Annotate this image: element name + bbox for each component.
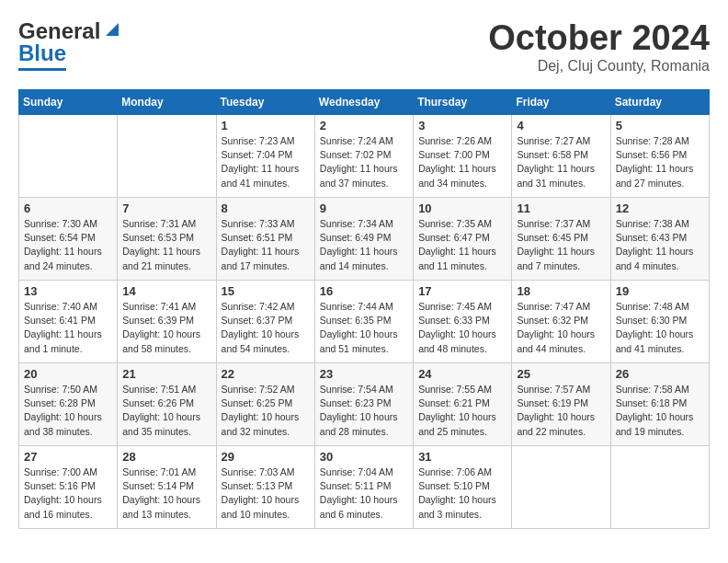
calendar-cell: 9 Sunrise: 7:34 AM Sunset: 6:49 PM Dayli…: [314, 198, 413, 281]
day-info: Sunrise: 7:54 AM Sunset: 6:23 PM Dayligh…: [320, 383, 408, 439]
day-number: 5: [616, 119, 704, 132]
day-number: 10: [418, 201, 506, 215]
calendar-cell: 19 Sunrise: 7:48 AM Sunset: 6:30 PM Dayl…: [610, 281, 709, 363]
day-number: 1: [222, 119, 310, 132]
day-number: 12: [616, 201, 704, 215]
day-number: 4: [517, 119, 605, 132]
calendar-cell: 28 Sunrise: 7:01 AM Sunset: 5:14 PM Dayl…: [118, 446, 216, 529]
day-number: 2: [320, 119, 408, 132]
day-number: 8: [222, 201, 310, 215]
logo-blue: Blue: [18, 40, 66, 66]
calendar-cell: 27 Sunrise: 7:00 AM Sunset: 5:16 PM Dayl…: [19, 446, 118, 529]
calendar-cell: [19, 115, 118, 198]
calendar-cell: 31 Sunrise: 7:06 AM Sunset: 5:10 PM Dayl…: [414, 446, 512, 529]
weekday-header: Thursday: [414, 90, 512, 115]
weekday-header: Wednesday: [314, 90, 413, 115]
day-info: Sunrise: 7:57 AM Sunset: 6:19 PM Dayligh…: [517, 383, 605, 439]
day-info: Sunrise: 7:28 AM Sunset: 6:56 PM Dayligh…: [616, 134, 704, 190]
calendar-cell: 18 Sunrise: 7:47 AM Sunset: 6:32 PM Dayl…: [512, 281, 610, 363]
day-info: Sunrise: 7:52 AM Sunset: 6:25 PM Dayligh…: [222, 383, 310, 439]
calendar-cell: 16 Sunrise: 7:44 AM Sunset: 6:35 PM Dayl…: [314, 281, 413, 363]
day-info: Sunrise: 7:42 AM Sunset: 6:37 PM Dayligh…: [222, 300, 310, 356]
calendar-week-row: 20 Sunrise: 7:50 AM Sunset: 6:28 PM Dayl…: [19, 363, 710, 446]
calendar-header-row: SundayMondayTuesdayWednesdayThursdayFrid…: [19, 90, 710, 115]
calendar-cell: 13 Sunrise: 7:40 AM Sunset: 6:41 PM Dayl…: [19, 281, 118, 363]
calendar-cell: 8 Sunrise: 7:33 AM Sunset: 6:51 PM Dayli…: [216, 198, 314, 281]
weekday-header: Friday: [512, 90, 610, 115]
day-info: Sunrise: 7:50 AM Sunset: 6:28 PM Dayligh…: [24, 383, 112, 439]
day-info: Sunrise: 7:37 AM Sunset: 6:45 PM Dayligh…: [517, 217, 605, 273]
day-info: Sunrise: 7:48 AM Sunset: 6:30 PM Dayligh…: [616, 300, 704, 356]
day-info: Sunrise: 7:00 AM Sunset: 5:16 PM Dayligh…: [24, 465, 112, 522]
day-info: Sunrise: 7:47 AM Sunset: 6:32 PM Dayligh…: [517, 300, 605, 356]
calendar-week-row: 6 Sunrise: 7:30 AM Sunset: 6:54 PM Dayli…: [19, 198, 710, 281]
day-number: 29: [222, 450, 310, 464]
calendar-cell: 11 Sunrise: 7:37 AM Sunset: 6:45 PM Dayl…: [512, 198, 610, 281]
calendar-cell: 17 Sunrise: 7:45 AM Sunset: 6:33 PM Dayl…: [414, 281, 512, 363]
day-number: 31: [418, 450, 506, 464]
calendar-week-row: 27 Sunrise: 7:00 AM Sunset: 5:16 PM Dayl…: [19, 446, 710, 529]
day-number: 22: [222, 367, 310, 381]
day-number: 3: [418, 119, 506, 132]
day-info: Sunrise: 7:31 AM Sunset: 6:53 PM Dayligh…: [122, 217, 210, 273]
day-info: Sunrise: 7:38 AM Sunset: 6:43 PM Dayligh…: [616, 217, 704, 273]
day-info: Sunrise: 7:03 AM Sunset: 5:13 PM Dayligh…: [222, 465, 310, 522]
calendar-cell: 7 Sunrise: 7:31 AM Sunset: 6:53 PM Dayli…: [118, 198, 216, 281]
calendar-cell: 4 Sunrise: 7:27 AM Sunset: 6:58 PM Dayli…: [512, 115, 610, 198]
day-info: Sunrise: 7:44 AM Sunset: 6:35 PM Dayligh…: [320, 300, 408, 356]
calendar-cell: 2 Sunrise: 7:24 AM Sunset: 7:02 PM Dayli…: [314, 115, 413, 198]
calendar-cell: 29 Sunrise: 7:03 AM Sunset: 5:13 PM Dayl…: [216, 446, 314, 529]
day-number: 6: [24, 201, 112, 215]
day-info: Sunrise: 7:06 AM Sunset: 5:10 PM Dayligh…: [418, 465, 506, 522]
calendar-cell: 10 Sunrise: 7:35 AM Sunset: 6:47 PM Dayl…: [414, 198, 512, 281]
day-info: Sunrise: 7:58 AM Sunset: 6:18 PM Dayligh…: [616, 383, 704, 439]
weekday-header: Saturday: [610, 90, 709, 115]
calendar-cell: [512, 446, 610, 529]
day-info: Sunrise: 7:23 AM Sunset: 7:04 PM Dayligh…: [222, 134, 310, 190]
day-info: Sunrise: 7:35 AM Sunset: 6:47 PM Dayligh…: [418, 217, 506, 273]
location: Dej, Cluj County, Romania: [488, 58, 710, 75]
day-info: Sunrise: 7:55 AM Sunset: 6:21 PM Dayligh…: [418, 383, 506, 439]
calendar-cell: 22 Sunrise: 7:52 AM Sunset: 6:25 PM Dayl…: [216, 363, 314, 446]
day-info: Sunrise: 7:51 AM Sunset: 6:26 PM Dayligh…: [122, 383, 210, 439]
day-number: 7: [122, 201, 210, 215]
day-info: Sunrise: 7:45 AM Sunset: 6:33 PM Dayligh…: [418, 300, 506, 356]
calendar-week-row: 1 Sunrise: 7:23 AM Sunset: 7:04 PM Dayli…: [19, 115, 710, 198]
day-number: 28: [122, 450, 210, 464]
day-number: 15: [222, 284, 310, 298]
day-number: 16: [320, 284, 408, 298]
day-info: Sunrise: 7:41 AM Sunset: 6:39 PM Dayligh…: [122, 300, 210, 356]
day-info: Sunrise: 7:01 AM Sunset: 5:14 PM Dayligh…: [122, 465, 210, 522]
calendar-table: SundayMondayTuesdayWednesdayThursdayFrid…: [18, 89, 710, 529]
day-number: 23: [320, 367, 408, 381]
logo-icon: [102, 19, 122, 40]
calendar-cell: [118, 115, 216, 198]
calendar-cell: 14 Sunrise: 7:41 AM Sunset: 6:39 PM Dayl…: [118, 281, 216, 363]
day-number: 27: [24, 450, 112, 464]
calendar-cell: 3 Sunrise: 7:26 AM Sunset: 7:00 PM Dayli…: [414, 115, 512, 198]
calendar-cell: 26 Sunrise: 7:58 AM Sunset: 6:18 PM Dayl…: [610, 363, 709, 446]
day-info: Sunrise: 7:30 AM Sunset: 6:54 PM Dayligh…: [24, 217, 112, 273]
day-info: Sunrise: 7:26 AM Sunset: 7:00 PM Dayligh…: [418, 134, 506, 190]
day-info: Sunrise: 7:40 AM Sunset: 6:41 PM Dayligh…: [24, 300, 112, 356]
day-number: 26: [616, 367, 704, 381]
calendar-cell: 24 Sunrise: 7:55 AM Sunset: 6:21 PM Dayl…: [414, 363, 512, 446]
calendar-cell: 15 Sunrise: 7:42 AM Sunset: 6:37 PM Dayl…: [216, 281, 314, 363]
day-info: Sunrise: 7:34 AM Sunset: 6:49 PM Dayligh…: [320, 217, 408, 273]
weekday-header: Sunday: [19, 90, 118, 115]
calendar-cell: 30 Sunrise: 7:04 AM Sunset: 5:11 PM Dayl…: [314, 446, 413, 529]
month-title: October 2024: [488, 18, 710, 58]
day-number: 11: [517, 201, 605, 215]
calendar-cell: 5 Sunrise: 7:28 AM Sunset: 6:56 PM Dayli…: [610, 115, 709, 198]
day-number: 17: [418, 284, 506, 298]
calendar-cell: 23 Sunrise: 7:54 AM Sunset: 6:23 PM Dayl…: [314, 363, 413, 446]
day-number: 21: [122, 367, 210, 381]
day-number: 25: [517, 367, 605, 381]
calendar-cell: 6 Sunrise: 7:30 AM Sunset: 6:54 PM Dayli…: [19, 198, 118, 281]
calendar-cell: 12 Sunrise: 7:38 AM Sunset: 6:43 PM Dayl…: [610, 198, 709, 281]
day-number: 24: [418, 367, 506, 381]
title-block: October 2024 Dej, Cluj County, Romania: [488, 18, 710, 75]
calendar-cell: 20 Sunrise: 7:50 AM Sunset: 6:28 PM Dayl…: [19, 363, 118, 446]
calendar-cell: 21 Sunrise: 7:51 AM Sunset: 6:26 PM Dayl…: [118, 363, 216, 446]
calendar-cell: 1 Sunrise: 7:23 AM Sunset: 7:04 PM Dayli…: [216, 115, 314, 198]
